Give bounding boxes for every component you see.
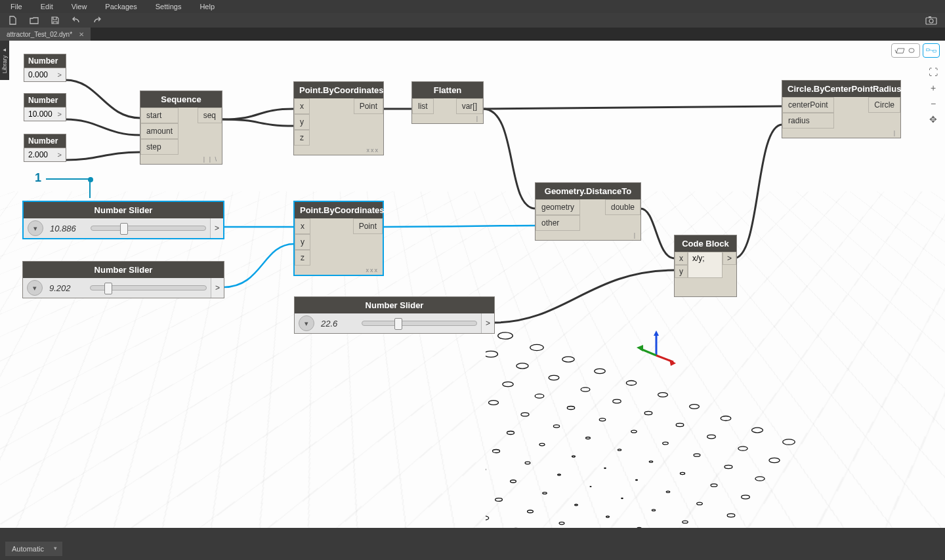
view-mode-graph[interactable]: [923, 43, 940, 58]
node-value[interactable]: 10.000: [28, 110, 52, 119]
code-editor[interactable]: x/y;: [688, 252, 723, 278]
view-controls: [891, 43, 940, 58]
workspace-canvas[interactable]: Library ▸ ⛶ + − ✥ Number 0.000> Number 1…: [0, 41, 945, 528]
annotation-label: 1: [35, 171, 41, 185]
node-number-slider-3[interactable]: Number Slider ▾ 22.6 >: [294, 296, 495, 334]
input-port-centerpoint[interactable]: centerPoint: [782, 97, 834, 113]
node-sequence[interactable]: Sequence start amount step seq | | \: [140, 90, 222, 165]
node-number-1[interactable]: Number 0.000>: [24, 54, 66, 82]
node-number-2[interactable]: Number 10.000>: [24, 93, 66, 121]
chevron-down-icon[interactable]: ▾: [299, 315, 314, 331]
slider-value[interactable]: 9.202: [47, 283, 86, 293]
svg-rect-2: [929, 16, 931, 18]
svg-point-22: [769, 458, 780, 462]
slider-thumb[interactable]: [120, 223, 128, 235]
input-port-x[interactable]: x: [295, 218, 310, 234]
node-code-block[interactable]: Code Block x y x/y; >: [674, 235, 737, 297]
input-port-y[interactable]: y: [295, 234, 310, 250]
svg-point-18: [644, 411, 652, 414]
slider-track[interactable]: [91, 226, 206, 231]
annotation-leader-v: [89, 178, 91, 198]
output-port-icon[interactable]: >: [58, 110, 62, 118]
slider-thumb[interactable]: [394, 318, 402, 330]
tab-title: attractor_Test_02.dyn*: [7, 31, 72, 38]
zoom-out-icon[interactable]: −: [927, 97, 940, 110]
redo-icon[interactable]: [92, 15, 102, 26]
slider-value[interactable]: 10.886: [47, 224, 87, 233]
svg-point-32: [755, 477, 765, 481]
zoom-extents-icon[interactable]: ✥: [927, 113, 940, 126]
node-number-3[interactable]: Number 2.000>: [24, 134, 66, 162]
slider-value[interactable]: 22.6: [318, 319, 358, 329]
node-flatten[interactable]: Flatten list var[] |: [411, 81, 484, 124]
output-port-point[interactable]: Point: [354, 98, 383, 114]
output-port-icon[interactable]: >: [58, 71, 62, 79]
node-number-slider-1[interactable]: Number Slider ▾ 10.886 >: [22, 201, 224, 239]
output-port-icon[interactable]: >: [481, 313, 494, 333]
camera-icon[interactable]: [925, 16, 937, 25]
input-port-x[interactable]: x: [294, 98, 310, 114]
floor-grid: [0, 191, 945, 528]
output-port-circle[interactable]: Circle: [868, 97, 900, 113]
view-mode-geometry[interactable]: [891, 43, 920, 58]
input-port-x[interactable]: x: [675, 252, 688, 265]
slider-track[interactable]: [90, 285, 207, 290]
svg-point-13: [486, 351, 497, 357]
menu-settings[interactable]: Settings: [146, 3, 191, 10]
output-port-double[interactable]: double: [605, 199, 640, 215]
node-value[interactable]: 2.000: [28, 150, 48, 159]
node-point-bycoordinates-1[interactable]: Point.ByCoordinates x y z Point xxx: [293, 81, 384, 155]
svg-point-55: [493, 450, 500, 453]
output-port-icon[interactable]: >: [58, 151, 62, 159]
open-file-icon[interactable]: [29, 15, 39, 26]
menu-edit[interactable]: Edit: [32, 3, 62, 10]
input-port-step[interactable]: step: [140, 139, 178, 155]
undo-icon[interactable]: [71, 15, 81, 26]
menu-packages[interactable]: Packages: [96, 3, 146, 10]
slider-track[interactable]: [362, 321, 477, 326]
link-icon: [906, 46, 917, 55]
input-port-list[interactable]: list: [412, 98, 434, 114]
menu-file[interactable]: File: [5, 3, 32, 10]
chevron-down-icon[interactable]: ▾: [27, 280, 43, 296]
output-port-point[interactable]: Point: [353, 218, 383, 234]
output-port-icon[interactable]: >: [211, 278, 224, 298]
new-file-icon[interactable]: [8, 15, 18, 26]
slider-thumb[interactable]: [104, 283, 112, 294]
node-geometry-distanceto[interactable]: Geometry.DistanceTo geometry other doubl…: [535, 182, 641, 241]
node-number-slider-2[interactable]: Number Slider ▾ 9.202 >: [22, 261, 224, 298]
node-circle-bycenterpointradius[interactable]: Circle.ByCenterPointRadius centerPoint r…: [782, 80, 901, 138]
input-port-z[interactable]: z: [294, 130, 310, 146]
menu-help[interactable]: Help: [190, 3, 224, 10]
input-port-y[interactable]: y: [294, 114, 310, 130]
zoom-in-icon[interactable]: +: [927, 81, 940, 94]
input-port-start[interactable]: start: [140, 108, 178, 123]
library-tab[interactable]: Library ▸: [0, 41, 9, 80]
chevron-down-icon[interactable]: ▾: [28, 220, 43, 236]
svg-point-8: [658, 393, 668, 397]
input-port-amount[interactable]: amount: [140, 123, 178, 139]
menu-view[interactable]: View: [62, 3, 96, 10]
output-port-var[interactable]: var[]: [456, 98, 483, 114]
node-point-bycoordinates-2[interactable]: Point.ByCoordinates x y z Point xxx: [293, 201, 384, 276]
input-port-geometry[interactable]: geometry: [536, 199, 580, 215]
input-port-other[interactable]: other: [536, 215, 580, 231]
svg-point-24: [503, 382, 513, 386]
tab-document[interactable]: attractor_Test_02.dyn* ✕: [0, 28, 91, 41]
svg-point-37: [586, 437, 591, 439]
svg-point-4: [530, 344, 543, 350]
close-icon[interactable]: ✕: [79, 31, 84, 38]
svg-point-57: [558, 474, 561, 475]
run-mode-dropdown[interactable]: Automatic: [5, 542, 62, 556]
output-port[interactable]: >: [723, 252, 736, 265]
svg-point-9: [690, 405, 700, 409]
node-value[interactable]: 0.000: [28, 70, 48, 79]
save-icon[interactable]: [50, 15, 60, 26]
input-port-y[interactable]: y: [675, 265, 688, 278]
output-port-seq[interactable]: seq: [198, 108, 222, 123]
input-port-z[interactable]: z: [295, 250, 310, 266]
input-port-radius[interactable]: radius: [782, 113, 834, 129]
fit-view-icon[interactable]: ⛶: [927, 66, 940, 79]
svg-point-14: [516, 363, 528, 369]
output-port-icon[interactable]: >: [210, 218, 223, 238]
